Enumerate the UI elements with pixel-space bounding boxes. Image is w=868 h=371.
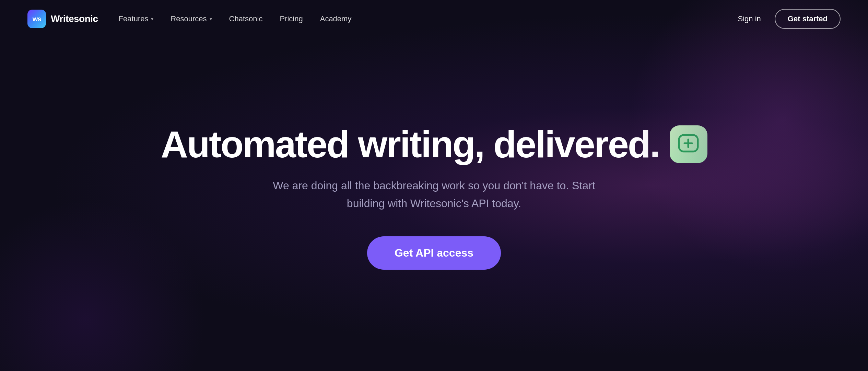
nav-right: Sign in Get started (738, 9, 841, 29)
page-wrapper: ws Writesonic Features ▾ Resources ▾ Cha… (0, 0, 868, 371)
hero-headline-row: Automated writing, delivered. (161, 125, 707, 163)
logo-icon: ws (27, 10, 46, 28)
nav-link-chatsonic[interactable]: Chatsonic (229, 14, 263, 23)
hero-subtitle: We are doing all the backbreaking work s… (262, 177, 606, 212)
hero-title: Automated writing, delivered. (161, 125, 659, 163)
chevron-down-icon: ▾ (151, 16, 153, 22)
nav-left: ws Writesonic Features ▾ Resources ▾ Cha… (27, 10, 351, 28)
get-api-access-button[interactable]: Get API access (367, 236, 501, 270)
sign-in-link[interactable]: Sign in (738, 14, 761, 23)
navbar: ws Writesonic Features ▾ Resources ▾ Cha… (0, 0, 868, 38)
nav-link-academy[interactable]: Academy (320, 14, 352, 23)
nav-link-resources[interactable]: Resources ▾ (171, 14, 212, 23)
chevron-down-icon: ▾ (210, 16, 212, 22)
nav-links: Features ▾ Resources ▾ Chatsonic Pricing… (119, 14, 352, 23)
logo-text: Writesonic (51, 13, 98, 24)
chat-plus-icon-badge (670, 125, 707, 163)
nav-link-pricing[interactable]: Pricing (280, 14, 303, 23)
nav-link-features[interactable]: Features ▾ (119, 14, 154, 23)
hero-section: Automated writing, delivered. We are doi… (0, 24, 868, 371)
chat-plus-icon (677, 133, 700, 156)
logo[interactable]: ws Writesonic (27, 10, 98, 28)
get-started-button[interactable]: Get started (775, 9, 841, 29)
